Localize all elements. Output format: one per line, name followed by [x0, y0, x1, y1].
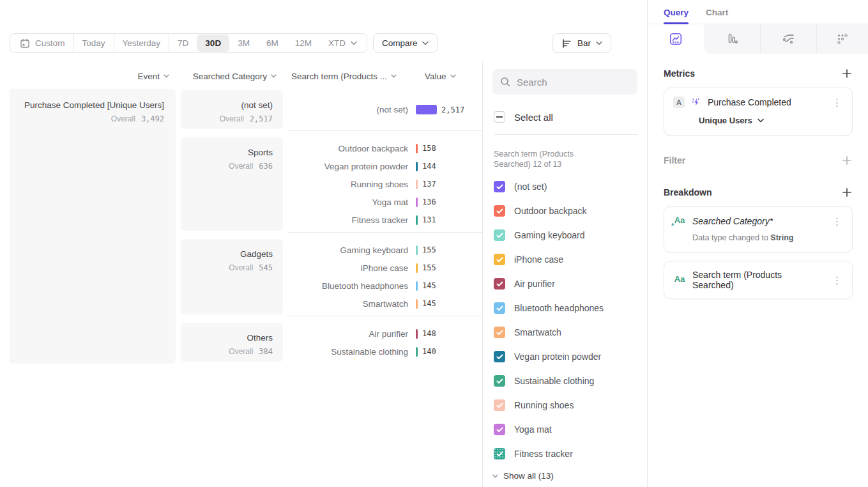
bar-row-bluetooth-headphones[interactable]: Bluetooth headphones145 — [288, 277, 482, 295]
checkbox-fitness-tracker[interactable] — [494, 448, 505, 460]
value-bar[interactable] — [416, 299, 418, 309]
legend-item-vegan-protein-powder[interactable]: Vegan protein powder — [494, 344, 637, 369]
term-label: Yoga mat — [288, 197, 416, 207]
legend-item-not-set[interactable]: (not set) — [494, 174, 637, 199]
breakdown-card-searched-category[interactable]: Aa* Searched Category* ⋮ Data type chang… — [664, 206, 853, 252]
value-bar[interactable] — [416, 144, 418, 153]
insights-line-chart-tab[interactable] — [648, 24, 704, 54]
category-card[interactable]: OthersOverall384 — [181, 323, 283, 362]
checkbox-running-shoes[interactable] — [494, 399, 505, 411]
bar-row-vegan-protein-powder[interactable]: Vegan protein powder144 — [288, 157, 482, 175]
value-bar[interactable] — [416, 281, 418, 291]
bar-row-running-shoes[interactable]: Running shoes137 — [288, 175, 482, 193]
tab-query[interactable]: Query — [664, 8, 689, 24]
checkbox-not-set[interactable] — [494, 181, 505, 192]
range-3m[interactable]: 3M — [229, 35, 258, 52]
legend-search[interactable] — [492, 69, 637, 95]
chart-style-button[interactable]: Bar — [552, 33, 611, 53]
value-bar[interactable] — [416, 245, 418, 255]
series-legend-panel: Select all Search term (Products Searche… — [482, 61, 647, 487]
bar-row-sustainable-clothing[interactable]: Sustainable clothing140 — [288, 343, 482, 360]
checkbox-outdoor-backpack[interactable] — [494, 205, 505, 217]
term-label: Outdoor backpack — [288, 144, 416, 153]
range-30d[interactable]: 30D — [197, 35, 229, 52]
column-header-event[interactable]: Event — [10, 72, 176, 81]
checkbox-gaming-keyboard[interactable] — [494, 229, 505, 241]
bar-row-smartwatch[interactable]: Smartwatch145 — [288, 295, 482, 313]
legend-item-sustainable-clothing[interactable]: Sustainable clothing — [494, 369, 637, 393]
range-12m[interactable]: 12M — [287, 35, 320, 52]
checkbox-bluetooth-headphones[interactable] — [494, 302, 505, 314]
bar-row-yoga-mat[interactable]: Yoga mat136 — [288, 193, 482, 211]
compare-button[interactable]: Compare — [373, 33, 438, 53]
bar-row-fitness-tracker[interactable]: Fitness tracker131 — [288, 211, 482, 229]
bar-row-outdoor-backpack[interactable]: Outdoor backpack158 — [288, 139, 482, 157]
breakdown-options-kebab-icon[interactable]: ⋮ — [831, 217, 843, 226]
funnels-tab[interactable] — [704, 24, 760, 54]
value-bar[interactable] — [416, 347, 418, 357]
flows-tab[interactable] — [760, 24, 816, 54]
bar-value: 131 — [422, 215, 436, 224]
value-bar[interactable] — [416, 329, 418, 339]
breakdown-options-kebab-icon[interactable]: ⋮ — [831, 275, 843, 285]
category-card[interactable]: (not set)Overall2,517 — [181, 90, 283, 129]
legend-item-gaming-keyboard[interactable]: Gaming keyboard — [494, 223, 637, 247]
metric-options-kebab-icon[interactable]: ⋮ — [831, 98, 843, 107]
bar-columns-icon — [725, 32, 739, 46]
add-filter-button[interactable] — [841, 155, 853, 166]
value-bar[interactable] — [416, 197, 418, 207]
bar-row-gaming-keyboard[interactable]: Gaming keyboard155 — [288, 241, 482, 259]
legend-item-outdoor-backpack[interactable]: Outdoor backpack — [494, 199, 637, 223]
legend-item-bluetooth-headphones[interactable]: Bluetooth headphones — [494, 296, 637, 320]
legend-item-iphone-case[interactable]: iPhone case — [494, 247, 637, 272]
legend-item-label: Running shoes — [514, 400, 574, 410]
select-all-checkbox[interactable] — [494, 111, 505, 123]
value-bar[interactable] — [416, 215, 418, 225]
search-icon — [500, 77, 510, 87]
retention-tab[interactable] — [816, 24, 868, 54]
horizontal-bar-chart-icon — [561, 38, 572, 49]
range-xtd[interactable]: XTD — [320, 35, 365, 52]
value-bar[interactable] — [416, 263, 418, 273]
tab-chart[interactable]: Chart — [706, 8, 728, 24]
range-today[interactable]: Today — [74, 35, 114, 52]
value-bar[interactable] — [416, 105, 437, 114]
measure-dropdown[interactable]: Unique Users — [699, 116, 843, 125]
value-bar[interactable] — [416, 180, 418, 189]
checkbox-iphone-case[interactable] — [494, 254, 505, 265]
chevron-down-icon — [450, 74, 456, 78]
range-6m[interactable]: 6M — [258, 35, 287, 52]
event-card[interactable]: Purchase Completed [Unique Users] Overal… — [10, 89, 176, 364]
legend-item-running-shoes[interactable]: Running shoes — [494, 393, 637, 417]
add-metric-button[interactable] — [841, 68, 853, 79]
legend-item-air-purifier[interactable]: Air purifier — [494, 272, 637, 296]
legend-item-smartwatch[interactable]: Smartwatch — [494, 320, 637, 344]
breakdown-card-search-term[interactable]: Aa Search term (Products Searched) ⋮ — [664, 261, 853, 299]
checkbox-smartwatch[interactable] — [494, 327, 505, 338]
overall-label: Overall — [229, 347, 253, 356]
search-input[interactable] — [517, 77, 630, 88]
select-all-row[interactable]: Select all — [494, 111, 637, 123]
add-breakdown-button[interactable] — [841, 187, 853, 198]
range-yesterday[interactable]: Yesterday — [114, 35, 169, 52]
range-custom[interactable]: Custom — [11, 35, 73, 52]
bar-value: 136 — [422, 197, 436, 206]
category-card[interactable]: GadgetsOverall545 — [181, 239, 283, 314]
column-header-term[interactable]: Search term (Products ... — [288, 72, 416, 81]
column-header-category[interactable]: Searched Category — [181, 72, 283, 81]
checkbox-sustainable-clothing[interactable] — [494, 375, 505, 387]
bar-row-not-set[interactable]: (not set)2,517 — [288, 101, 482, 119]
metric-card[interactable]: A Purchase Completed ⋮ Unique Users — [664, 88, 853, 135]
column-header-value[interactable]: Value — [416, 72, 482, 81]
category-card[interactable]: SportsOverall636 — [181, 137, 283, 231]
checkbox-yoga-mat[interactable] — [494, 424, 505, 435]
value-bar[interactable] — [416, 162, 418, 171]
checkbox-air-purifier[interactable] — [494, 278, 505, 290]
legend-item-fitness-tracker[interactable]: Fitness tracker — [494, 442, 637, 466]
checkbox-vegan-protein-powder[interactable] — [494, 351, 505, 362]
range-7d[interactable]: 7D — [169, 35, 197, 52]
bar-row-iphone-case[interactable]: iPhone case155 — [288, 259, 482, 277]
bar-row-air-purifier[interactable]: Air purifier148 — [288, 325, 482, 343]
legend-item-yoga-mat[interactable]: Yoga mat — [494, 417, 637, 442]
show-all-button[interactable]: Show all (13) — [492, 471, 637, 481]
